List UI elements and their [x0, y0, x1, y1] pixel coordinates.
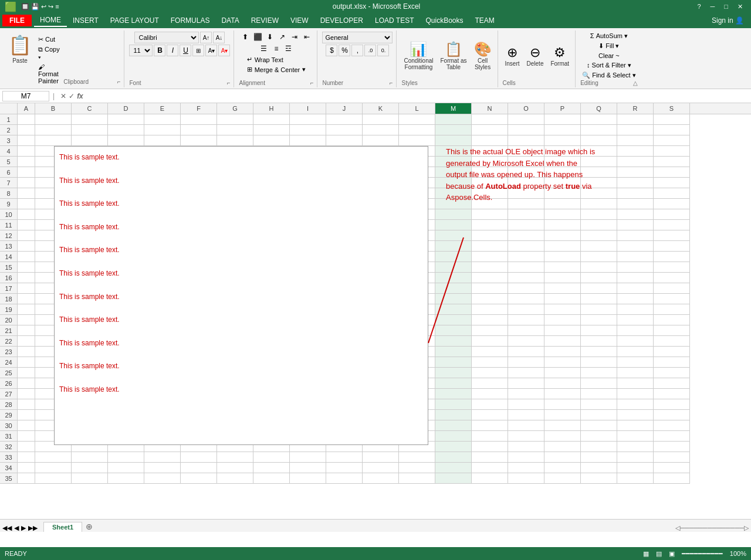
cell-m31[interactable]: [435, 431, 472, 442]
cell-n15[interactable]: [472, 262, 508, 273]
cell-s18[interactable]: [654, 294, 690, 304]
cell-n25[interactable]: [472, 368, 508, 378]
cell-k3[interactable]: [363, 135, 399, 146]
cell-n1[interactable]: [472, 114, 508, 125]
cell-o13[interactable]: [508, 241, 544, 252]
copy-button[interactable]: ⧉ Copy ▾: [36, 45, 63, 62]
row-number-24[interactable]: 24: [0, 357, 18, 368]
cell-q15[interactable]: [581, 262, 617, 273]
text-direction-button[interactable]: ↗: [276, 32, 288, 42]
cell-r15[interactable]: [617, 262, 654, 273]
cancel-formula-button[interactable]: ✕: [60, 92, 66, 100]
cell-d34[interactable]: [108, 463, 144, 473]
cell-m33[interactable]: [435, 452, 472, 463]
cell-q24[interactable]: [581, 357, 617, 368]
cell-s2[interactable]: [654, 125, 690, 135]
cell-s19[interactable]: [654, 304, 690, 315]
cell-r17[interactable]: [617, 283, 654, 294]
align-center-button[interactable]: ≡: [270, 43, 282, 54]
col-header-i[interactable]: I: [290, 103, 326, 114]
cell-e3[interactable]: [144, 135, 181, 146]
cell-r16[interactable]: [617, 273, 654, 283]
cell-r26[interactable]: [617, 378, 654, 389]
cell-a24[interactable]: [18, 357, 35, 368]
cell-a15[interactable]: [18, 262, 35, 273]
cell-m28[interactable]: [435, 399, 472, 410]
cell-q31[interactable]: [581, 431, 617, 442]
cell-a31[interactable]: [18, 431, 35, 442]
cell-r23[interactable]: [617, 347, 654, 357]
data-menu[interactable]: DATA: [215, 15, 245, 26]
cell-m26[interactable]: [435, 378, 472, 389]
increase-decimal-button[interactable]: 0.: [377, 45, 389, 56]
cell-k33[interactable]: [363, 452, 399, 463]
clipboard-expand-icon[interactable]: ⌐: [117, 79, 121, 85]
cell-s21[interactable]: [654, 325, 690, 336]
sheet-scrollbar[interactable]: ◁──────────────▷: [675, 524, 749, 532]
cell-p29[interactable]: [544, 410, 581, 420]
cell-m12[interactable]: [435, 230, 472, 241]
cell-r10[interactable]: [617, 209, 654, 220]
cell-p23[interactable]: [544, 347, 581, 357]
autosum-button[interactable]: Σ AutoSum ▾: [588, 32, 630, 40]
cell-o27[interactable]: [508, 389, 544, 399]
number-expand-icon[interactable]: ⌐: [390, 80, 393, 86]
cell-p35[interactable]: [544, 473, 581, 484]
row-number-6[interactable]: 6: [0, 167, 18, 178]
cell-q14[interactable]: [581, 252, 617, 262]
cell-r30[interactable]: [617, 420, 654, 431]
row-number-16[interactable]: 16: [0, 273, 18, 283]
border-button[interactable]: ⊞: [192, 45, 204, 56]
cell-n12[interactable]: [472, 230, 508, 241]
cell-o10[interactable]: [508, 209, 544, 220]
file-menu[interactable]: FILE: [2, 15, 32, 26]
col-header-k[interactable]: K: [363, 103, 399, 114]
format-painter-button[interactable]: 🖌 Format Painter: [36, 63, 63, 85]
cell-q1[interactable]: [581, 114, 617, 125]
cell-r25[interactable]: [617, 368, 654, 378]
cell-q13[interactable]: [581, 241, 617, 252]
cell-h34[interactable]: [253, 463, 290, 473]
cell-q17[interactable]: [581, 283, 617, 294]
cell-j34[interactable]: [326, 463, 363, 473]
row-number-27[interactable]: 27: [0, 389, 18, 399]
cell-p18[interactable]: [544, 294, 581, 304]
cell-g3[interactable]: [217, 135, 253, 146]
cell-o18[interactable]: [508, 294, 544, 304]
underline-button[interactable]: U: [180, 45, 191, 56]
cell-s34[interactable]: [654, 463, 690, 473]
cell-p24[interactable]: [544, 357, 581, 368]
cell-r29[interactable]: [617, 410, 654, 420]
insert-function-button[interactable]: fx: [77, 92, 83, 100]
cell-s16[interactable]: [654, 273, 690, 283]
cell-s26[interactable]: [654, 378, 690, 389]
cell-n11[interactable]: [472, 220, 508, 230]
cell-n24[interactable]: [472, 357, 508, 368]
cell-o3[interactable]: [508, 135, 544, 146]
cell-a30[interactable]: [18, 420, 35, 431]
cell-o14[interactable]: [508, 252, 544, 262]
row-number-8[interactable]: 8: [0, 188, 18, 199]
row-number-29[interactable]: 29: [0, 410, 18, 420]
cell-m1[interactable]: [435, 114, 472, 125]
minimize-button[interactable]: ─: [707, 3, 719, 11]
cell-p17[interactable]: [544, 283, 581, 294]
cell-l1[interactable]: [399, 114, 435, 125]
cell-a18[interactable]: [18, 294, 35, 304]
cell-m14[interactable]: [435, 252, 472, 262]
cell-e33[interactable]: [144, 452, 181, 463]
cell-o16[interactable]: [508, 273, 544, 283]
cell-f34[interactable]: [181, 463, 217, 473]
align-middle-button[interactable]: ⬛: [252, 32, 263, 42]
cell-a35[interactable]: [18, 473, 35, 484]
cell-o24[interactable]: [508, 357, 544, 368]
wrap-text-button[interactable]: ↵ Wrap Text: [245, 55, 308, 64]
fill-button[interactable]: ⬇ Fill ▾: [597, 42, 621, 50]
cell-r33[interactable]: [617, 452, 654, 463]
cell-p13[interactable]: [544, 241, 581, 252]
cell-a12[interactable]: [18, 230, 35, 241]
maximize-button[interactable]: □: [720, 3, 732, 11]
row-number-12[interactable]: 12: [0, 230, 18, 241]
team-menu[interactable]: TEAM: [469, 15, 500, 26]
col-header-e[interactable]: E: [144, 103, 181, 114]
